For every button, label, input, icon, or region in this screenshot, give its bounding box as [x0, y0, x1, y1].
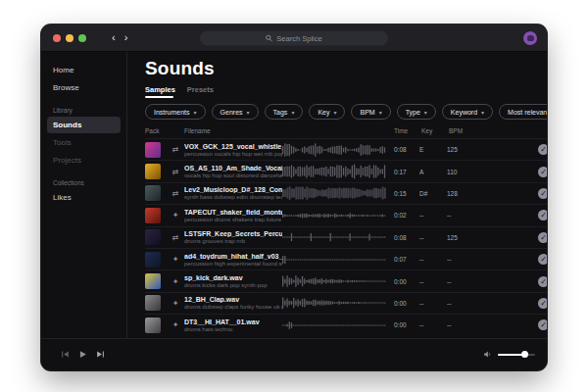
volume-knob[interactable] [521, 351, 528, 358]
sample-bpm: 110 [447, 169, 476, 175]
downloaded-icon[interactable]: ✓ [538, 167, 547, 177]
tab-samples[interactable]: Samples [145, 85, 175, 98]
pack-art[interactable] [145, 142, 161, 158]
waveform[interactable] [282, 272, 386, 290]
table-row[interactable]: ⇄ LSTSFR_Keep_Secrets_Percussion_Loop_1.… [145, 226, 547, 248]
pack-art[interactable] [145, 252, 161, 268]
forward-button[interactable]: › [124, 32, 128, 43]
downloaded-icon[interactable]: ✓ [538, 319, 547, 330]
filter-bpm[interactable]: BPM▾ [351, 104, 390, 120]
sample-tags: drums grooves trap rnb [184, 238, 282, 244]
table-row[interactable]: ✦ ad4_toydrum_hihat_half_v03_r04.wav per… [145, 248, 547, 270]
downloaded-icon[interactable]: ✓ [538, 254, 547, 265]
downloaded-icon[interactable]: ✓ [538, 210, 547, 220]
sample-filename[interactable]: 12_BH_Clap.wav [184, 296, 282, 303]
waveform[interactable] [282, 184, 386, 202]
filter-bar: Instruments▾Genres▾Tags▾Key▾BPM▾Type▾Key… [145, 104, 547, 120]
sample-filename[interactable]: VOX_GCK_125_vocal_whistle_wet_ominou... [184, 143, 282, 150]
sample-filename[interactable]: Lev2_Musicloop_D#_128_Complicated_Ba... [184, 186, 282, 193]
user-avatar[interactable] [523, 31, 537, 45]
filter-key[interactable]: Key▾ [309, 104, 345, 120]
avatar-glyph [527, 35, 534, 41]
pack-art[interactable] [145, 229, 161, 245]
waveform[interactable] [282, 207, 386, 224]
table-row[interactable]: ✦ TAPECUT_shaker_field_monte.wav percuss… [145, 204, 547, 225]
sample-filename[interactable]: OS_AS_110_Am_Shade_Vocal_Loop_1.wav [184, 165, 282, 172]
page-title: Sounds [145, 58, 547, 79]
chevron-down-icon: ▾ [247, 109, 250, 116]
volume-slider[interactable] [498, 354, 535, 356]
pack-art[interactable] [145, 295, 161, 311]
pack-art[interactable] [145, 164, 161, 179]
table-row[interactable]: ⇄ OS_AS_110_Am_Shade_Vocal_Loop_1.wav vo… [145, 160, 547, 181]
sidebar-item-sounds[interactable]: Sounds [47, 117, 121, 133]
pack-art[interactable] [145, 185, 161, 201]
waveform[interactable] [282, 317, 386, 334]
minimize-button[interactable] [66, 34, 74, 42]
volume-icon[interactable] [483, 350, 492, 359]
sample-key: -- [419, 300, 447, 307]
volume-fill [498, 354, 524, 356]
filter-genres[interactable]: Genres▾ [212, 104, 259, 120]
pack-art[interactable] [145, 208, 161, 223]
loop-icon: ⇄ [169, 145, 182, 154]
sidebar-item-home[interactable]: Home [47, 62, 121, 78]
sample-time: 0:08 [394, 146, 419, 153]
col-time: Time [394, 127, 421, 134]
downloaded-icon[interactable]: ✓ [538, 144, 547, 155]
filter-type[interactable]: Type▾ [397, 104, 436, 120]
sample-filename[interactable]: sp_kick_dark.wav [184, 274, 282, 281]
chevron-down-icon: ▾ [424, 109, 427, 116]
close-button[interactable] [53, 34, 61, 42]
loop-icon: ⇄ [169, 168, 182, 176]
search-input[interactable]: Search Splice [200, 30, 388, 45]
previous-track-icon[interactable] [61, 350, 70, 359]
sample-time: 0:00 [394, 321, 419, 328]
sample-bpm: -- [447, 300, 476, 307]
pack-art[interactable] [145, 318, 161, 333]
sidebar-item-likes[interactable]: Likes [47, 189, 121, 206]
waveform[interactable] [282, 163, 386, 180]
sample-filename[interactable]: DT3__HI_HAT__01.wav [184, 318, 282, 325]
pack-art[interactable] [145, 273, 161, 289]
table-row[interactable]: ✦ 12_BH_Clap.wav drums dubstep claps fun… [145, 292, 547, 314]
waveform[interactable] [282, 294, 386, 312]
next-track-icon[interactable] [96, 350, 105, 359]
sidebar-section-library: Library [41, 97, 126, 116]
sample-bpm: -- [447, 212, 476, 219]
table-header: Pack Filename Time Key BPM [145, 127, 547, 138]
sample-filename[interactable]: TAPECUT_shaker_field_monte.wav [184, 209, 282, 216]
downloaded-icon[interactable]: ✓ [538, 276, 547, 287]
downloaded-icon[interactable]: ✓ [538, 298, 547, 309]
downloaded-icon[interactable]: ✓ [538, 188, 547, 199]
titlebar: ‹ › Search Splice [41, 24, 547, 52]
player-bar [41, 338, 547, 369]
table-row[interactable]: ⇄ VOX_GCK_125_vocal_whistle_wet_ominou..… [145, 138, 547, 160]
one-shot-icon: ✦ [169, 299, 182, 308]
sample-time: 0:00 [394, 300, 419, 307]
table-row[interactable]: ⇄ Lev2_Musicloop_D#_128_Complicated_Ba..… [145, 182, 547, 204]
sidebar-item-browse[interactable]: Browse [47, 79, 121, 96]
col-bpm: BPM [449, 127, 478, 134]
sidebar-item-projects[interactable]: Projects [47, 152, 121, 169]
waveform[interactable] [282, 251, 386, 269]
play-icon[interactable] [78, 350, 87, 359]
tab-presets[interactable]: Presets [187, 85, 214, 98]
sample-filename[interactable]: ad4_toydrum_hihat_half_v03_r04.wav [184, 253, 282, 260]
waveform[interactable] [282, 141, 386, 159]
sample-bpm: -- [447, 278, 476, 285]
waveform[interactable] [282, 228, 386, 246]
table-row[interactable]: ✦ DT3__HI_HAT__01.wav drums hats techno … [145, 314, 547, 335]
back-button[interactable]: ‹ [112, 32, 116, 43]
sample-filename[interactable]: LSTSFR_Keep_Secrets_Percussion_Loop_1... [184, 230, 282, 237]
zoom-button[interactable] [78, 34, 86, 42]
filter-keyword[interactable]: Keyword▾ [442, 104, 493, 120]
sidebar-item-tools[interactable]: Tools [47, 134, 121, 151]
downloaded-icon[interactable]: ✓ [538, 232, 547, 243]
filter-tags[interactable]: Tags▾ [265, 104, 304, 120]
sample-time: 0:17 [394, 169, 419, 175]
chevron-down-icon: ▾ [481, 109, 484, 116]
sort-dropdown[interactable]: Most relevant⇅ [499, 104, 547, 120]
table-row[interactable]: ✦ sp_kick_dark.wav drums kicks dark pop … [145, 270, 547, 291]
filter-instruments[interactable]: Instruments▾ [145, 104, 206, 120]
